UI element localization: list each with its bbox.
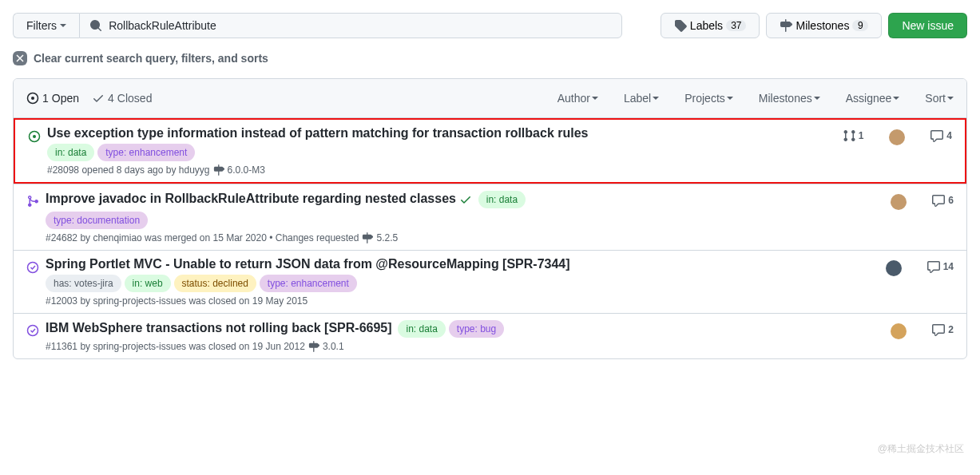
comments-link[interactable]: 14 xyxy=(927,260,954,273)
new-issue-label: New issue xyxy=(902,19,954,32)
svg-point-1 xyxy=(31,97,34,100)
comments-link[interactable]: 4 xyxy=(930,129,952,142)
label[interactable]: type: enhancement xyxy=(260,275,357,292)
issue-meta: #11361 by spring-projects-issues was clo… xyxy=(46,341,846,352)
issue-row: Spring Portlet MVC - Unable to return JS… xyxy=(14,250,966,313)
caret-down-icon xyxy=(893,97,899,100)
caret-down-icon xyxy=(60,24,66,27)
svg-point-4 xyxy=(28,263,38,273)
check-icon xyxy=(92,92,105,105)
milestones-label: Milestones xyxy=(796,19,849,32)
filter-author[interactable]: Author xyxy=(557,92,598,105)
milestone-icon xyxy=(362,232,373,243)
issue-title-link[interactable]: Spring Portlet MVC - Unable to return JS… xyxy=(46,257,570,271)
comment-icon xyxy=(927,260,940,273)
status-icon xyxy=(26,257,46,307)
label[interactable]: in: data xyxy=(47,144,94,161)
status-icon xyxy=(28,126,47,176)
issue-meta: #12003 by spring-projects-issues was clo… xyxy=(46,295,841,307)
labels-count: 37 xyxy=(726,20,746,31)
label[interactable]: type: enhancement xyxy=(97,144,195,161)
status-icon xyxy=(26,191,46,243)
filter-milestones[interactable]: Milestones xyxy=(759,92,820,105)
label[interactable]: type: bug xyxy=(449,320,504,338)
label[interactable]: status: declined xyxy=(174,275,256,292)
closed-count: 4 xyxy=(108,92,114,105)
assignee-avatar[interactable] xyxy=(891,323,907,339)
assignee-avatar[interactable] xyxy=(889,129,905,145)
issue-open-icon xyxy=(26,92,39,105)
filter-label[interactable]: Label xyxy=(624,92,659,105)
filter-projects[interactable]: Projects xyxy=(684,92,733,105)
close-icon xyxy=(13,51,27,65)
milestone-icon xyxy=(213,164,224,176)
issue-row: Improve javadoc in RollbackRuleAttribute… xyxy=(14,184,966,250)
issue-meta: #28098 opened 8 days ago by hduyyg 6.0.0… xyxy=(47,164,843,176)
comment-icon xyxy=(930,129,943,142)
milestones-button[interactable]: Milestones 9 xyxy=(766,13,882,38)
svg-point-5 xyxy=(28,326,38,336)
caret-down-icon xyxy=(592,97,598,100)
label[interactable]: has: votes-jira xyxy=(46,275,121,292)
filters-button[interactable]: Filters xyxy=(13,13,79,38)
issue-row: IBM WebSphere transactions not rolling b… xyxy=(14,313,966,358)
open-count: 1 xyxy=(42,92,49,105)
caret-down-icon xyxy=(653,97,659,100)
issue-title-link[interactable]: Improve javadoc in RollbackRuleAttribute… xyxy=(46,192,456,205)
caret-down-icon xyxy=(814,97,820,100)
filter-sort[interactable]: Sort xyxy=(925,92,954,105)
milestone-link[interactable]: 5.2.5 xyxy=(376,232,398,243)
label[interactable]: in: web xyxy=(125,275,171,292)
issues-list: 1 Open 4 Closed Author Label Projects Mi… xyxy=(13,78,967,359)
issue-title-link[interactable]: Use exception type information instead o… xyxy=(47,126,588,140)
label[interactable]: type: documentation xyxy=(46,212,148,229)
search-icon xyxy=(89,19,102,32)
labels-label: Labels xyxy=(690,19,723,32)
open-tab[interactable]: 1 Open xyxy=(26,92,79,105)
search-box[interactable] xyxy=(79,13,622,38)
check-icon xyxy=(459,193,472,206)
issue-row: Use exception type information instead o… xyxy=(14,118,966,184)
comment-icon xyxy=(932,194,945,207)
pr-icon xyxy=(843,129,855,142)
caret-down-icon xyxy=(727,97,733,100)
filters-label: Filters xyxy=(26,19,57,32)
tag-icon xyxy=(674,19,687,32)
clear-search-link[interactable]: Clear current search query, filters, and… xyxy=(13,51,967,65)
milestone-link[interactable]: 6.0.0-M3 xyxy=(228,164,265,176)
milestone-icon xyxy=(780,19,792,32)
comments-link[interactable]: 6 xyxy=(932,194,954,207)
issue-meta: #24682 by chenqimiao was merged on 15 Ma… xyxy=(46,232,846,243)
svg-point-3 xyxy=(33,135,36,138)
open-label: Open xyxy=(52,92,79,105)
search-input[interactable] xyxy=(109,19,612,32)
issue-title-link[interactable]: IBM WebSphere transactions not rolling b… xyxy=(46,321,392,334)
closed-label: Closed xyxy=(117,92,153,105)
label[interactable]: in: data xyxy=(398,320,445,338)
assignee-avatar[interactable] xyxy=(886,260,902,276)
status-icon xyxy=(26,320,46,352)
milestone-link[interactable]: 3.0.1 xyxy=(323,341,344,352)
caret-down-icon xyxy=(947,97,954,100)
filter-assignee[interactable]: Assignee xyxy=(846,92,900,105)
label[interactable]: in: data xyxy=(478,191,526,208)
comment-icon xyxy=(932,323,945,336)
clear-label: Clear current search query, filters, and… xyxy=(34,52,268,65)
assignee-avatar[interactable] xyxy=(891,194,907,210)
list-header: 1 Open 4 Closed Author Label Projects Mi… xyxy=(14,79,966,118)
comments-link[interactable]: 2 xyxy=(932,323,954,336)
milestone-icon xyxy=(308,341,319,352)
closed-tab[interactable]: 4 Closed xyxy=(92,92,152,105)
milestones-count: 9 xyxy=(852,20,868,31)
pr-link[interactable]: 1 xyxy=(843,129,864,142)
labels-button[interactable]: Labels 37 xyxy=(661,13,760,38)
new-issue-button[interactable]: New issue xyxy=(888,13,967,38)
